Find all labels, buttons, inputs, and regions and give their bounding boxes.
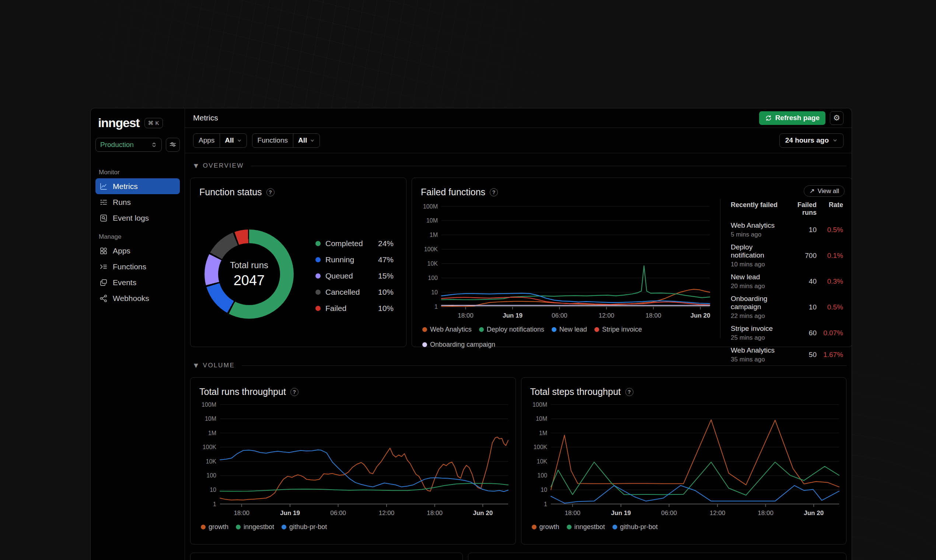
legend-dot-icon — [316, 257, 320, 262]
status-legend-row: Running 47% — [316, 252, 394, 268]
chevron-down-icon — [833, 138, 837, 143]
total-runs-throughput-title: Total runs throughput — [199, 386, 286, 397]
updown-chevron-icon — [151, 142, 157, 148]
legend-dot-icon — [316, 273, 320, 278]
svg-text:06:00: 06:00 — [661, 509, 677, 517]
svg-text:100K: 100K — [424, 246, 438, 252]
time-range-selector[interactable]: 24 hours ago — [779, 133, 844, 148]
svg-text:12:00: 12:00 — [710, 509, 725, 517]
refresh-page-button[interactable]: Refresh page — [759, 111, 825, 125]
function-status-title: Function status — [199, 187, 262, 197]
sidebar-item-events[interactable]: Events — [95, 274, 180, 290]
svg-text:18:00: 18:00 — [565, 509, 580, 517]
chart-legend-item: github-pr-bot — [613, 523, 658, 531]
failed-functions-chart-legend: Web Analytics Deploy notifications New l… — [421, 326, 713, 349]
sidebar-item-apps[interactable]: Apps — [95, 243, 180, 258]
sidebar-item-event-logs[interactable]: Event logs — [95, 210, 180, 226]
total-steps-throughput-card: Total steps throughput ? 100M10M1M100K10… — [521, 377, 847, 545]
chart-legend-item: growth — [201, 523, 228, 531]
svg-text:10M: 10M — [536, 415, 547, 422]
apps-filter[interactable]: Apps All — [193, 133, 247, 148]
collapse-chevron-icon: ▼ — [194, 163, 198, 169]
command-k-shortcut[interactable]: ⌘ K — [145, 118, 163, 128]
svg-text:06:00: 06:00 — [330, 509, 346, 517]
svg-text:18:00: 18:00 — [234, 509, 249, 517]
svg-text:10K: 10K — [537, 458, 547, 465]
svg-text:Jun 20: Jun 20 — [473, 509, 493, 517]
app-window: inngest ⌘ K Production — [90, 108, 852, 560]
failed-function-row[interactable]: Deploy notification 10 mins ago 700 0.1% — [731, 243, 843, 268]
svg-text:Jun 20: Jun 20 — [804, 509, 824, 517]
svg-text:10K: 10K — [206, 458, 217, 465]
refresh-icon — [765, 115, 772, 122]
environment-selector[interactable]: Production — [95, 138, 162, 152]
backlog-card: Backlog ? — [468, 552, 847, 560]
help-icon[interactable]: ? — [266, 188, 274, 196]
settings-button[interactable]: ⚙ — [830, 111, 844, 125]
help-icon[interactable]: ? — [490, 188, 498, 196]
failed-function-row[interactable]: Onboarding campaign 22 mins ago 10 0.5% — [731, 295, 843, 320]
svg-text:100M: 100M — [423, 203, 438, 210]
failed-function-row[interactable]: New lead 20 mins ago 40 0.3% — [731, 273, 843, 290]
failed-function-row[interactable]: Web Analytics 5 mins ago 10 0.5% — [731, 222, 843, 238]
svg-text:10M: 10M — [426, 217, 438, 224]
status-legend-row: Cancelled 10% — [316, 284, 394, 300]
doc-search-icon — [99, 214, 108, 223]
svg-text:1M: 1M — [539, 430, 547, 436]
legend-dot-icon — [316, 241, 320, 246]
overview-section-header[interactable]: ▼ OVERVIEW — [194, 162, 847, 169]
svg-text:1: 1 — [544, 501, 547, 507]
legend-dot-icon — [552, 327, 556, 332]
sidebar-item-label: Functions — [113, 262, 146, 271]
nav-section-label: Monitor — [95, 166, 180, 178]
sidebar-item-label: Webhooks — [113, 294, 149, 303]
legend-dot-icon — [422, 327, 427, 332]
total-runs-value: 2047 — [234, 272, 265, 288]
failed-function-row[interactable]: Stripe invoice 25 mins ago 60 0.07% — [731, 325, 843, 342]
environment-filter-button[interactable] — [166, 138, 180, 152]
filter-bar: Apps All Functions All — [185, 128, 851, 153]
topbar: Metrics Refresh page ⚙ — [185, 108, 851, 128]
chart-legend-item: github-pr-bot — [282, 523, 327, 531]
failed-functions-chart: 100M10M1M100K10K10010118:00Jun 1906:0012… — [421, 202, 713, 323]
sdk-request-throughput-card: SDK request throughput ? — [190, 552, 463, 560]
collapse-chevron-icon: ▼ — [194, 362, 198, 369]
svg-text:100K: 100K — [203, 444, 217, 450]
webhook-icon — [99, 294, 108, 303]
sidebar-item-metrics[interactable]: Metrics — [95, 178, 180, 194]
sidebar-item-label: Runs — [113, 198, 131, 207]
legend-dot-icon — [567, 525, 571, 529]
apps-filter-label: Apps — [194, 134, 220, 148]
sidebar-item-functions[interactable]: Functions — [95, 258, 180, 274]
page: inngest ⌘ K Production — [0, 0, 936, 560]
failed-functions-card: Failed functions ? ↗ View all 100M10M1M1… — [412, 178, 851, 347]
legend-dot-icon — [594, 327, 599, 332]
chart-line-icon — [99, 182, 108, 191]
svg-text:12:00: 12:00 — [379, 509, 395, 517]
command-icon: ⌘ — [148, 120, 154, 126]
view-all-button[interactable]: ↗ View all — [804, 185, 845, 197]
failed-function-row[interactable]: Web Analytics 35 mins ago 50 1.67% — [731, 346, 843, 363]
failed-functions-title: Failed functions — [421, 187, 485, 197]
inngest-logo: inngest — [98, 116, 140, 130]
svg-text:Jun 19: Jun 19 — [280, 509, 300, 517]
chart-legend-item: New lead — [552, 326, 587, 334]
content-scroll-area[interactable]: ▼ OVERVIEW Function status ? Total runs — [185, 153, 851, 560]
functions-filter-value: All — [298, 136, 307, 145]
gear-icon: ⚙ — [833, 114, 840, 122]
sidebar-item-label: Metrics — [113, 182, 138, 191]
svg-text:18:00: 18:00 — [427, 509, 443, 517]
sidebar-item-label: Events — [113, 278, 136, 287]
sidebar-item-webhooks[interactable]: Webhooks — [95, 290, 180, 306]
svg-text:10K: 10K — [428, 260, 438, 267]
svg-text:100: 100 — [428, 275, 438, 281]
functions-filter[interactable]: Functions All — [252, 133, 320, 148]
sidebar-item-runs[interactable]: Runs — [95, 194, 180, 210]
total-runs-throughput-card: Total runs throughput ? 100M10M1M100K10K… — [190, 377, 516, 545]
svg-text:100M: 100M — [202, 402, 216, 408]
sidebar-item-label: Event logs — [113, 214, 149, 223]
function-status-donut-chart: Total runs 2047 — [205, 229, 294, 319]
help-icon[interactable]: ? — [625, 388, 633, 396]
apps-filter-value: All — [225, 136, 234, 145]
help-icon[interactable]: ? — [290, 388, 299, 396]
